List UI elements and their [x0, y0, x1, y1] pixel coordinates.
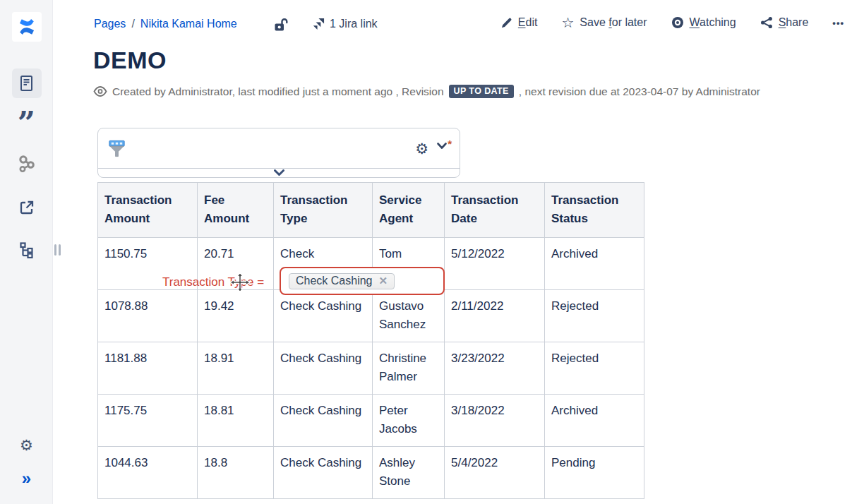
table-cell: Peter Jacobs — [373, 395, 445, 447]
chip-remove-icon[interactable]: ✕ — [379, 275, 388, 287]
column-header: Transaction Status — [545, 183, 644, 238]
watching-button[interactable]: Watching — [671, 16, 736, 29]
table-cell: 5/4/2022 — [445, 447, 545, 499]
double-chevron-right-icon: » — [22, 471, 31, 486]
confluence-logo-icon — [17, 17, 37, 37]
views-eye-icon — [93, 86, 107, 97]
table-cell: Archived — [545, 395, 644, 447]
sidebar-item-page-tree[interactable] — [0, 241, 53, 258]
page-actions: Edit ☆ Save for later Watching Share ••• — [500, 16, 844, 29]
filter-expand-bar[interactable] — [98, 168, 460, 177]
table-cell: 2/11/2022 — [445, 290, 545, 342]
table-cell: Check Cashing — [274, 290, 373, 342]
table-cell: 1175.75 — [98, 395, 198, 447]
table-cell: Pending — [545, 447, 644, 499]
table-cell: Rejected — [545, 290, 644, 342]
edit-button[interactable]: Edit — [500, 16, 538, 29]
link-graph-icon — [18, 154, 36, 174]
chip-label: Check Cashing — [296, 275, 373, 287]
jira-link-label: 1 Jira link — [330, 18, 378, 30]
table-cell: 18.81 — [198, 395, 274, 447]
document-icon — [19, 75, 34, 92]
table-cell: 1044.63 — [98, 447, 198, 499]
filter-widget-main: ⚙ * — [98, 128, 460, 168]
table-cell: Christine Palmer — [373, 342, 445, 395]
save-for-later-button[interactable]: ☆ Save for later — [561, 16, 647, 29]
table-row: 1175.75 18.81 Check Cashing Peter Jacobs… — [98, 395, 644, 447]
table-cell: Rejected — [545, 342, 644, 395]
expand-sidebar-button[interactable]: » — [0, 471, 53, 486]
selected-highlight — [12, 68, 42, 98]
share-button[interactable]: Share — [760, 16, 809, 29]
filter-dropdown-chevron[interactable]: * — [437, 143, 451, 155]
table-cell: 3/23/2022 — [445, 342, 545, 395]
filter-value-chip[interactable]: Check Cashing ✕ — [289, 273, 395, 289]
sidebar-item-pages[interactable] — [0, 68, 53, 98]
meta-text-before: Created by Administrator, last modified … — [112, 85, 444, 98]
table-cell: Check Cashing — [274, 395, 373, 447]
page-title: DEMO — [93, 47, 167, 74]
pencil-icon — [500, 17, 512, 29]
sidebar-item-blog[interactable]: ” — [0, 114, 53, 133]
unrestricted-button[interactable] — [273, 18, 288, 35]
meta-text-after: , next revision due at 2023-04-07 by Adm… — [519, 85, 760, 98]
sidebar-settings[interactable]: ⚙ — [0, 438, 53, 453]
table-cell: Check Cashing — [274, 447, 373, 499]
share-icon — [760, 16, 773, 29]
jira-links-button[interactable]: 1 Jira link — [311, 17, 378, 30]
chevron-down-icon — [437, 143, 447, 150]
table-filter-widget: ⚙ * — [97, 128, 460, 178]
table-cell: 18.91 — [198, 342, 274, 395]
breadcrumb-page-link[interactable]: Nikita Kamai Home — [140, 18, 237, 30]
table-row: 1181.88 18.91 Check Cashing Christine Pa… — [98, 342, 644, 395]
table-row: 1044.63 18.8 Check Cashing Ashley Stone … — [98, 447, 644, 499]
filter-value-field[interactable]: Check Cashing ✕ — [280, 267, 445, 295]
watching-eye-icon — [671, 16, 684, 29]
sidebar-resize-grip[interactable] — [54, 244, 61, 256]
table-cell: 1078.88 — [98, 290, 198, 342]
table-cell: Check Cashing — [274, 342, 373, 395]
breadcrumb-pages-link[interactable]: Pages — [94, 18, 126, 30]
expand-chevron-down-icon — [274, 169, 284, 176]
quote-icon: ” — [18, 114, 35, 133]
move-cursor-icon — [229, 272, 251, 296]
tree-icon — [19, 241, 35, 258]
gear-icon: ⚙ — [20, 438, 33, 453]
column-header: Transaction Type — [274, 183, 373, 238]
filter-settings-gear-icon[interactable]: ⚙ — [415, 141, 428, 156]
breadcrumb-separator: / — [131, 18, 134, 30]
unlocked-icon — [273, 18, 288, 32]
table-cell: 3/18/2022 — [445, 395, 545, 447]
table-cell: 5/12/2022 — [445, 238, 545, 290]
external-link-icon — [18, 199, 35, 216]
column-header: Transaction Amount — [98, 183, 198, 238]
table-cell: 1181.88 — [98, 342, 198, 395]
table-filter-icon[interactable] — [107, 138, 127, 158]
table-row: 1078.88 19.42 Check Cashing Gustavo Sanc… — [98, 290, 644, 342]
table-cell: Gustavo Sanchez — [373, 290, 445, 342]
required-asterisk: * — [448, 138, 452, 150]
table-cell: Archived — [545, 238, 644, 290]
more-actions-button[interactable]: ••• — [832, 18, 844, 28]
revision-status-badge: UP TO DATE — [449, 85, 514, 98]
app-sidebar: ” ⚙ » — [0, 0, 53, 504]
star-icon: ☆ — [561, 16, 574, 29]
breadcrumb: Pages / Nikita Kamai Home — [94, 18, 237, 30]
table-cell: Ashley Stone — [373, 447, 445, 499]
header-row: Transaction Amount Fee Amount Transactio… — [98, 183, 644, 238]
column-header: Transaction Date — [445, 183, 545, 238]
page-metadata: Created by Administrator, last modified … — [93, 85, 760, 98]
sidebar-item-external-link[interactable] — [0, 199, 53, 216]
confluence-logo[interactable] — [12, 12, 42, 42]
column-header: Service Agent — [373, 183, 445, 238]
sidebar-item-links[interactable] — [0, 154, 53, 174]
jira-icon — [311, 17, 325, 30]
table-cell: 18.8 — [198, 447, 274, 499]
table-cell: 19.42 — [198, 290, 274, 342]
column-header: Fee Amount — [198, 183, 274, 238]
transactions-table: Transaction Amount Fee Amount Transactio… — [97, 182, 644, 499]
